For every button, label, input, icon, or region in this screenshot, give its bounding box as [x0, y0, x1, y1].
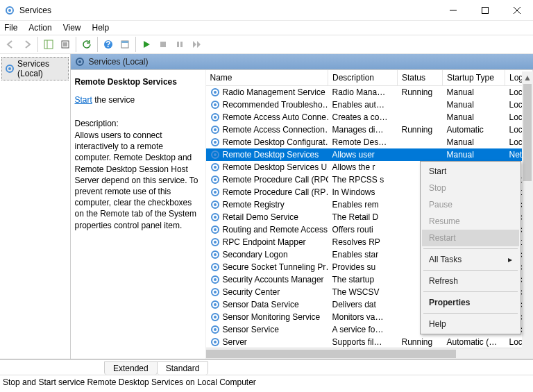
- horizontal-scrollbar[interactable]: [206, 348, 523, 359]
- toolbar: ?: [0, 35, 533, 54]
- gear-icon: [210, 150, 220, 160]
- description-label: Description:: [75, 119, 198, 128]
- help-button[interactable]: ?: [101, 37, 116, 52]
- start-service-link-row: Start the service: [75, 95, 198, 105]
- svg-point-35: [214, 178, 217, 181]
- minimize-button[interactable]: [437, 0, 469, 21]
- svg-rect-14: [177, 42, 179, 47]
- ctx-refresh[interactable]: Refresh: [422, 273, 519, 289]
- scroll-thumb[interactable]: [523, 84, 532, 181]
- table-row[interactable]: Remote Desktop Configurat…Remote Des…Man…: [206, 136, 533, 148]
- gear-icon: [210, 275, 220, 284]
- gear-icon: [210, 162, 220, 172]
- app-icon: [4, 5, 15, 16]
- column-header[interactable]: Startup Type: [443, 70, 505, 86]
- svg-point-33: [214, 166, 217, 169]
- svg-point-19: [78, 60, 81, 63]
- forward-button[interactable]: [19, 37, 35, 52]
- gear-icon: [210, 137, 220, 147]
- column-header[interactable]: Description: [328, 70, 398, 86]
- context-menu: Start Stop Pause Resume Restart All Task…: [420, 161, 521, 334]
- vertical-scrollbar[interactable]: ▲: [522, 84, 533, 359]
- svg-point-59: [214, 328, 217, 331]
- table-row[interactable]: Remote Access Connection…Manages di…Runn…: [206, 123, 533, 136]
- nav-item-services-local[interactable]: Services (Local): [1, 57, 69, 80]
- gear-icon: [210, 300, 220, 309]
- gear-icon: [210, 187, 220, 197]
- ctx-stop[interactable]: Stop: [422, 180, 519, 196]
- svg-point-31: [214, 153, 217, 156]
- list-title-bar: Services (Local): [71, 54, 534, 69]
- back-button[interactable]: [3, 37, 18, 52]
- gear-icon: [210, 262, 220, 272]
- svg-rect-3: [482, 7, 489, 13]
- close-button[interactable]: [501, 0, 533, 21]
- ctx-start[interactable]: Start: [422, 163, 519, 180]
- gear-icon: [210, 125, 220, 135]
- svg-point-45: [214, 241, 217, 244]
- scroll-up-icon[interactable]: ▲: [522, 71, 533, 84]
- nav-label: Services (Local): [17, 59, 65, 78]
- maximize-button[interactable]: [469, 0, 501, 21]
- list-title: Services (Local): [89, 57, 149, 67]
- svg-point-61: [214, 341, 217, 343]
- svg-point-49: [214, 266, 217, 269]
- scroll-thumb[interactable]: [206, 350, 456, 358]
- svg-point-41: [214, 216, 217, 219]
- gear-icon: [210, 325, 220, 334]
- tab-standard[interactable]: Standard: [157, 361, 209, 375]
- svg-rect-6: [44, 40, 53, 49]
- ctx-restart[interactable]: Restart: [422, 230, 519, 246]
- column-header[interactable]: Name: [206, 70, 328, 86]
- chevron-right-icon: ▸: [508, 255, 512, 264]
- table-row[interactable]: Remote Access Auto Conne…Creates a co…Ma…: [206, 111, 533, 123]
- gear-icon: [210, 287, 220, 297]
- gear-icon: [210, 225, 220, 235]
- tab-extended[interactable]: Extended: [104, 361, 158, 375]
- ctx-all-tasks[interactable]: All Tasks▸: [422, 251, 519, 268]
- ctx-properties[interactable]: Properties: [422, 294, 519, 311]
- svg-point-43: [214, 228, 217, 231]
- ctx-help[interactable]: Help: [422, 316, 519, 332]
- svg-point-55: [214, 303, 217, 306]
- restart-service-button[interactable]: [189, 37, 204, 52]
- description-pane: Remote Desktop Services Start the servic…: [71, 70, 206, 359]
- table-row[interactable]: ServerSupports fil…RunningAutomatic (T…L…: [206, 336, 533, 348]
- selected-service-title: Remote Desktop Services: [75, 77, 198, 87]
- nav-tree: Services (Local): [0, 54, 71, 359]
- start-service-button[interactable]: [139, 37, 154, 52]
- ctx-pause[interactable]: Pause: [422, 196, 519, 213]
- refresh-button[interactable]: [79, 37, 94, 52]
- properties-button[interactable]: [117, 37, 133, 52]
- gear-icon: [210, 212, 220, 222]
- gear-icon: [210, 112, 220, 122]
- gear-icon: [5, 64, 15, 74]
- svg-point-47: [214, 253, 217, 256]
- svg-rect-12: [121, 41, 128, 43]
- menu-view[interactable]: View: [62, 22, 83, 34]
- svg-point-57: [214, 316, 217, 318]
- gear-icon: [210, 200, 220, 210]
- svg-rect-13: [160, 42, 166, 47]
- table-row[interactable]: Remote Desktop ServicesAllows userManual…: [206, 148, 533, 161]
- gear-icon: [210, 312, 220, 322]
- table-row[interactable]: Recommended Troublesho…Enables aut…Manua…: [206, 99, 533, 111]
- stop-service-button[interactable]: [155, 37, 171, 52]
- titlebar: Services: [0, 0, 533, 21]
- window-title: Services: [19, 6, 437, 15]
- start-service-link[interactable]: Start: [75, 95, 92, 105]
- svg-point-23: [214, 103, 217, 106]
- gear-icon: [210, 237, 220, 247]
- menu-action[interactable]: Action: [27, 22, 53, 34]
- table-row[interactable]: Radio Management ServiceRadio Mana…Runni…: [206, 86, 533, 99]
- description-text: Allows users to connect interactively to…: [75, 130, 198, 231]
- column-header[interactable]: Status: [398, 70, 443, 86]
- svg-point-53: [214, 291, 217, 293]
- ctx-resume[interactable]: Resume: [422, 213, 519, 230]
- menu-file[interactable]: File: [3, 22, 19, 34]
- export-button[interactable]: [58, 37, 73, 52]
- pause-service-button[interactable]: [172, 37, 187, 52]
- svg-point-29: [214, 141, 217, 144]
- show-hide-tree-button[interactable]: [41, 37, 56, 52]
- menu-help[interactable]: Help: [91, 22, 111, 34]
